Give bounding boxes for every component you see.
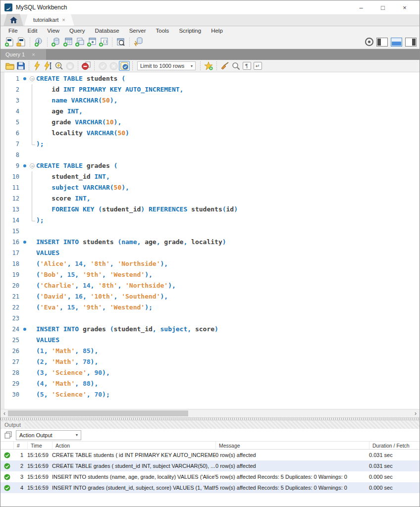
menu-scripting[interactable]: Scripting	[174, 28, 206, 34]
marker-gutter	[21, 139, 28, 150]
toggle-bottom-panel-button[interactable]	[391, 38, 402, 47]
line-number: 7	[0, 139, 21, 150]
code-text: ('Eva', 15, '9th', 'Westend');	[36, 302, 153, 313]
code-line[interactable]: 13 FOREIGN KEY (student_id) REFERENCES s…	[0, 204, 420, 215]
query-tab[interactable]: Query 1 ×	[0, 49, 46, 60]
reconnect-dbms-icon[interactable]	[132, 37, 144, 48]
code-line[interactable]: 11 subject VARCHAR(50),	[0, 182, 420, 193]
open-sql-script-icon[interactable]	[15, 37, 27, 48]
explain-icon[interactable]	[53, 61, 64, 71]
create-function-icon[interactable]: {}	[98, 37, 109, 48]
assistant-icon[interactable]	[365, 38, 373, 46]
code-line[interactable]: 21('David', 16, '10th', 'Southend'),	[0, 291, 420, 302]
toggle-left-panel-button[interactable]	[376, 38, 388, 47]
create-table-icon[interactable]	[62, 37, 74, 48]
beautify-icon[interactable]	[203, 61, 214, 71]
create-procedure-icon[interactable]	[86, 37, 98, 48]
code-line[interactable]: 14);	[0, 215, 420, 226]
code-line[interactable]: 24INSERT INTO grades (student_id, subjec…	[0, 324, 420, 335]
home-tab[interactable]	[3, 14, 23, 26]
line-number: 24	[0, 324, 21, 335]
code-line[interactable]: 19('Bob', 15, '9th', 'Westend'),	[0, 269, 420, 280]
minimize-button[interactable]: –	[350, 1, 372, 14]
menu-tools[interactable]: Tools	[151, 28, 174, 34]
code-line[interactable]: 22('Eva', 15, '9th', 'Westend');	[0, 302, 420, 313]
output-view-selector[interactable]: Action Output ▾	[16, 430, 81, 440]
close-button[interactable]: ×	[394, 1, 416, 14]
horizontal-scrollbar[interactable]: ‹ ›	[0, 409, 420, 417]
find-icon[interactable]	[230, 61, 241, 71]
row-limit-dropdown[interactable]: Limit to 1000 rows ▾	[137, 61, 196, 70]
wrap-text-icon[interactable]: ↵	[252, 61, 263, 71]
show-invisibles-icon[interactable]: ¶	[241, 61, 252, 71]
code-line[interactable]: 6 locality VARCHAR(50)	[0, 128, 420, 139]
menu-database[interactable]: Database	[90, 28, 124, 34]
code-line[interactable]: 29(4, 'Math', 88),	[0, 378, 420, 389]
code-line[interactable]: 12 score INT,	[0, 193, 420, 204]
execute-icon[interactable]	[32, 61, 43, 71]
code-line[interactable]: 10 student_id INT,	[0, 171, 420, 182]
menu-help[interactable]: Help	[206, 28, 228, 34]
search-table-data-icon[interactable]	[115, 37, 127, 48]
menu-edit[interactable]: Edit	[23, 28, 43, 34]
menu-query[interactable]: Query	[64, 28, 90, 34]
sql-editor[interactable]: 1CREATE TABLE students (2 id INT PRIMARY…	[0, 72, 420, 409]
output-row[interactable]: 415:16:59INSERT INTO grades (student_id,…	[0, 482, 420, 493]
connection-tab[interactable]: tutorialkart ×	[24, 14, 74, 26]
create-schema-icon[interactable]	[50, 37, 62, 48]
code-line[interactable]: 26(1, 'Math', 85),	[0, 346, 420, 356]
code-line[interactable]: 15	[0, 226, 420, 237]
toggle-right-panel-button[interactable]	[405, 38, 417, 47]
save-icon[interactable]	[15, 61, 26, 71]
query-tab-close-icon[interactable]: ×	[32, 51, 35, 57]
code-text: (2, 'Math', 78),	[36, 356, 98, 367]
new-sql-tab-icon[interactable]	[3, 37, 15, 48]
fold-toggle-icon[interactable]	[28, 73, 36, 84]
connection-tab-close-icon[interactable]: ×	[62, 17, 65, 23]
scrollbar-thumb[interactable]	[8, 410, 188, 416]
code-line[interactable]: 28(3, 'Science', 90),	[0, 367, 420, 378]
inspector-icon[interactable]	[33, 37, 45, 48]
code-line[interactable]: 25VALUES	[0, 335, 420, 346]
output-row[interactable]: 115:16:59CREATE TABLE students ( id INT …	[0, 450, 420, 460]
fold-gutter	[28, 139, 36, 150]
output-row[interactable]: 215:16:59CREATE TABLE grades ( student_i…	[0, 460, 420, 471]
create-view-icon[interactable]	[74, 37, 86, 48]
code-line[interactable]: 20('Charlie', 14, '8th', 'Northside'),	[0, 280, 420, 291]
menu-server[interactable]: Server	[124, 28, 151, 34]
code-line[interactable]: 18('Alice', 14, '8th', 'Northside'),	[0, 258, 420, 269]
maximize-button[interactable]: □	[372, 1, 394, 14]
clean-icon[interactable]	[219, 61, 230, 71]
output-row[interactable]: 315:16:59INSERT INTO students (name, age…	[0, 471, 420, 482]
code-line[interactable]: 8	[0, 150, 420, 160]
open-file-icon[interactable]	[4, 61, 15, 71]
code-line[interactable]: 7);	[0, 139, 420, 150]
code-line[interactable]: 2 id INT PRIMARY KEY AUTO_INCREMENT,	[0, 84, 420, 95]
code-line[interactable]: 9CREATE TABLE grades (	[0, 160, 420, 171]
code-line[interactable]: 30(5, 'Science', 70);	[0, 389, 420, 400]
code-line[interactable]: 4 age INT,	[0, 106, 420, 117]
fold-gutter	[28, 84, 36, 95]
fold-toggle-icon[interactable]	[28, 160, 36, 171]
line-number: 21	[0, 291, 21, 302]
row-duration: 0.031 sec	[369, 463, 420, 469]
line-number: 22	[0, 302, 21, 313]
line-number: 8	[0, 150, 21, 160]
code-line[interactable]: 16INSERT INTO students (name, age, grade…	[0, 237, 420, 248]
code-line[interactable]: 5 grade VARCHAR(10),	[0, 117, 420, 128]
code-line[interactable]: 17VALUES	[0, 248, 420, 258]
code-line[interactable]: 23	[0, 313, 420, 324]
fold-gutter	[28, 367, 36, 378]
code-line[interactable]: 3 name VARCHAR(50),	[0, 95, 420, 106]
code-text: VALUES	[36, 335, 59, 346]
stop-on-error-icon[interactable]	[81, 61, 92, 71]
code-line[interactable]: 1CREATE TABLE students (	[0, 73, 420, 84]
execute-current-icon[interactable]	[43, 61, 53, 71]
fold-gutter	[28, 95, 36, 106]
menu-file[interactable]: File	[3, 28, 23, 34]
menu-view[interactable]: View	[42, 28, 64, 34]
scroll-right-icon[interactable]: ›	[412, 409, 420, 417]
toggle-autocommit-icon[interactable]	[119, 61, 130, 71]
code-line[interactable]: 27(2, 'Math', 78),	[0, 356, 420, 367]
scroll-left-icon[interactable]: ‹	[0, 409, 8, 417]
